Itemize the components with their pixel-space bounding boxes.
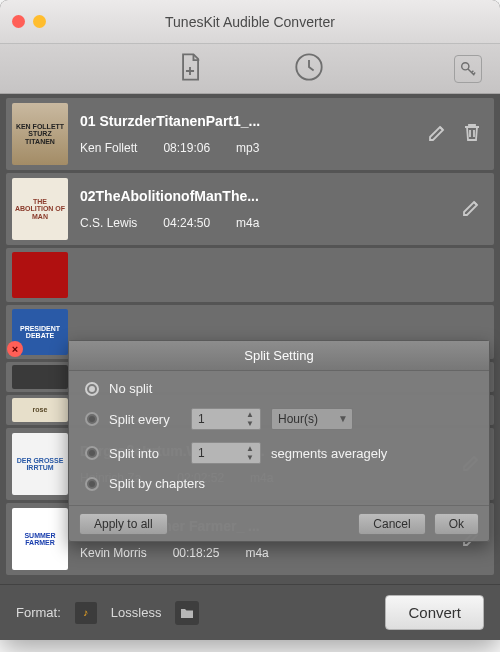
- radio-label: Split into: [109, 446, 181, 461]
- close-dialog-button[interactable]: ×: [7, 341, 23, 357]
- cancel-button[interactable]: Cancel: [358, 513, 425, 535]
- cover-thumbnail: DER GROSSE IRRTUM: [12, 433, 68, 495]
- convert-button[interactable]: Convert: [385, 595, 484, 630]
- minimize-window-button[interactable]: [33, 15, 46, 28]
- track-duration: 04:24:50: [163, 216, 210, 230]
- apply-all-button[interactable]: Apply to all: [79, 513, 168, 535]
- edit-track-button[interactable]: [426, 120, 450, 148]
- radio-label: No split: [109, 381, 152, 396]
- file-list: KEN FOLLETT STURZ TITANEN 01 SturzderTit…: [0, 94, 500, 584]
- radio-split-every[interactable]: Split every 1▲▼ Hour(s)▼: [85, 408, 473, 430]
- track-title: 02TheAbolitionofManThe...: [80, 188, 448, 204]
- history-button[interactable]: [294, 52, 324, 86]
- add-file-button[interactable]: [176, 52, 204, 86]
- track-title: 01 SturzderTitanenPart1_...: [80, 113, 414, 129]
- register-button[interactable]: [454, 55, 482, 83]
- track-artist: Ken Follett: [80, 141, 137, 155]
- delete-track-button[interactable]: [460, 120, 484, 148]
- track-artist: C.S. Lewis: [80, 216, 137, 230]
- app-window: TunesKit Audible Converter KEN FOLLETT S…: [0, 0, 500, 640]
- track-format: m4a: [236, 216, 259, 230]
- edit-track-button[interactable]: [460, 195, 484, 223]
- format-chip-icon[interactable]: ♪: [75, 602, 97, 624]
- window-title: TunesKit Audible Converter: [12, 14, 488, 30]
- track-duration: 00:18:25: [173, 546, 220, 560]
- radio-icon: [85, 412, 99, 426]
- split-every-unit-select[interactable]: Hour(s)▼: [271, 408, 353, 430]
- split-every-value-input[interactable]: 1▲▼: [191, 408, 261, 430]
- split-setting-dialog: × Split Setting No split Split every 1▲▼…: [68, 340, 490, 542]
- track-format: m4a: [245, 546, 268, 560]
- list-item[interactable]: THE ABOLITION OF MAN 02TheAbolitionofMan…: [6, 173, 494, 245]
- toolbar: [0, 44, 500, 94]
- radio-label: Split by chapters: [109, 476, 205, 491]
- cover-thumbnail: KEN FOLLETT STURZ TITANEN: [12, 103, 68, 165]
- split-into-suffix: segments averagely: [271, 446, 387, 461]
- track-duration: 08:19:06: [163, 141, 210, 155]
- radio-no-split[interactable]: No split: [85, 381, 473, 396]
- close-window-button[interactable]: [12, 15, 25, 28]
- format-label: Format:: [16, 605, 61, 620]
- radio-icon: [85, 382, 99, 396]
- output-folder-button[interactable]: [175, 601, 199, 625]
- cover-thumbnail: [12, 252, 68, 298]
- dialog-title: Split Setting: [69, 341, 489, 371]
- cover-thumbnail: rose: [12, 398, 68, 422]
- track-artist: Kevin Morris: [80, 546, 147, 560]
- titlebar: TunesKit Audible Converter: [0, 0, 500, 44]
- radio-split-by-chapters[interactable]: Split by chapters: [85, 476, 473, 491]
- radio-icon: [85, 446, 99, 460]
- format-name[interactable]: Lossless: [111, 605, 162, 620]
- radio-icon: [85, 477, 99, 491]
- cover-thumbnail: [12, 365, 68, 389]
- cover-thumbnail: THE ABOLITION OF MAN: [12, 178, 68, 240]
- bottom-bar: Format: ♪ Lossless Convert: [0, 584, 500, 640]
- ok-button[interactable]: Ok: [434, 513, 479, 535]
- list-item[interactable]: [6, 248, 494, 302]
- radio-split-into[interactable]: Split into 1▲▼ segments averagely: [85, 442, 473, 464]
- track-format: mp3: [236, 141, 259, 155]
- radio-label: Split every: [109, 412, 181, 427]
- svg-point-1: [462, 63, 469, 70]
- list-item[interactable]: KEN FOLLETT STURZ TITANEN 01 SturzderTit…: [6, 98, 494, 170]
- cover-thumbnail: SUMMER FARMER: [12, 508, 68, 570]
- split-into-value-input[interactable]: 1▲▼: [191, 442, 261, 464]
